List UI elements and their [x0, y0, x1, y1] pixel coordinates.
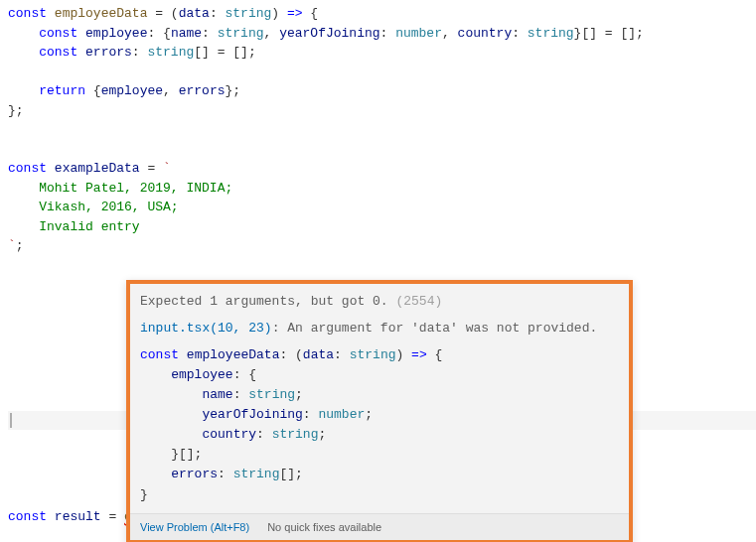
code-line: const employeeData = (data: string) => {	[8, 4, 756, 24]
error-message: Expected 1 arguments, but got 0. (2554)	[140, 292, 619, 313]
code-line: const errors: string[] = [];	[8, 43, 756, 63]
code-line	[8, 63, 756, 82]
code-line: Invalid entry	[8, 217, 756, 237]
error-tooltip: Expected 1 arguments, but got 0. (2554)i…	[126, 280, 633, 542]
tooltip-body: Expected 1 arguments, but got 0. (2554)i…	[130, 284, 629, 513]
error-location[interactable]: input.tsx(10, 23): An argument for 'data…	[140, 319, 619, 339]
code-line: `;	[8, 236, 756, 256]
no-quick-fix-label: No quick fixes available	[267, 519, 381, 536]
code-line	[8, 140, 756, 160]
code-line: const exampleData = `	[8, 159, 756, 179]
view-problem-link[interactable]: View Problem (Alt+F8)	[140, 519, 249, 536]
tooltip-footer: View Problem (Alt+F8) No quick fixes ava…	[130, 513, 629, 541]
code-line: const employee: {name: string, yearOfJoi…	[8, 24, 756, 44]
code-line: return {employee, errors};	[8, 81, 756, 101]
code-line	[8, 256, 756, 276]
text-cursor	[10, 413, 12, 428]
code-line: };	[8, 101, 756, 121]
code-line: Mohit Patel, 2019, INDIA;	[8, 179, 756, 199]
code-line: Vikash, 2016, USA;	[8, 198, 756, 217]
code-line	[8, 120, 756, 140]
type-signature: const employeeData: (data: string) => { …	[140, 345, 619, 505]
